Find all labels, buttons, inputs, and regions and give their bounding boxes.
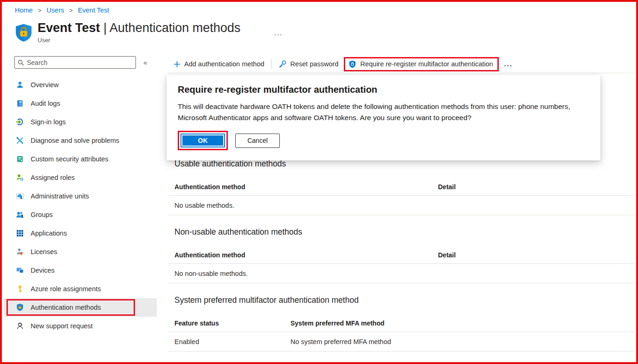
ok-button[interactable]: OK [180, 134, 225, 147]
sidebar-item-label: Authentication methods [31, 304, 101, 311]
groups-icon [16, 211, 24, 219]
dialog-body: This will deactivate hardware OATH token… [178, 101, 589, 123]
sidebar-item-administrative-units[interactable]: Administrative units [4, 187, 157, 205]
support-headset-icon [16, 322, 24, 330]
column-header-feature-status: Feature status [174, 319, 290, 327]
devices-icon [16, 266, 24, 275]
sidebar-item-label: New support request [31, 322, 93, 330]
empty-state-text: No usable methods. [174, 202, 438, 209]
page-title-user: Event Test [38, 21, 100, 35]
toolbar-label: Require re-register multifactor authenti… [360, 60, 493, 68]
assigned-roles-icon [16, 173, 24, 182]
sidebar-item-authentication-methods[interactable]: Authentication methods [4, 298, 157, 317]
toolbar-divider [271, 59, 271, 69]
confirm-dialog: Require re-register multifactor authenti… [167, 75, 600, 160]
sidebar-item-label: Diagnose and solve problems [31, 137, 119, 144]
annotation-box-ok: OK [178, 131, 228, 150]
table-row: Enabled No system preferred MFA method [168, 332, 634, 351]
page-subtitle: User [38, 37, 240, 44]
breadcrumb: Home > Users > Event Test [15, 6, 109, 14]
sidebar-item-groups[interactable]: Groups [4, 205, 157, 224]
add-authentication-method-button[interactable]: Add authentication method [174, 60, 264, 68]
non-usable-methods-section: Non-usable authentication methods Authen… [168, 227, 634, 283]
sidebar-item-label: Groups [31, 211, 53, 218]
reset-password-button[interactable]: Reset password [278, 60, 339, 69]
dialog-title: Require re-register multifactor authenti… [178, 84, 589, 95]
column-header-detail: Detail [438, 251, 634, 259]
person-icon [16, 81, 24, 89]
table-header: Authentication method Detail [168, 247, 634, 264]
sidebar-item-label: Assigned roles [31, 174, 75, 181]
system-preferred-mfa-section: System preferred multifactor authenticat… [168, 295, 634, 351]
title-more-icon[interactable]: ... [274, 29, 283, 37]
page-title: Event Test | Authentication methods [38, 21, 240, 35]
breadcrumb-home[interactable]: Home [15, 6, 33, 14]
sidebar-item-overview[interactable]: Overview [4, 76, 157, 94]
key-outline-icon [278, 60, 287, 69]
sidebar-item-devices[interactable]: Devices [4, 261, 157, 280]
mfa-method-value: No system preferred MFA method [290, 338, 634, 345]
sidebar-item-label: Azure role assignments [31, 285, 101, 293]
sidebar: « Overview Audit logs [4, 56, 161, 335]
column-header-authentication-method: Authentication method [174, 251, 438, 259]
search-input[interactable] [27, 59, 133, 66]
breadcrumb-users[interactable]: Users [46, 6, 64, 14]
sidebar-item-label: Custom security attributes [31, 155, 109, 163]
toolbar-more-icon[interactable]: ... [504, 60, 513, 68]
search-icon [18, 59, 24, 66]
custom-security-attributes-icon [16, 155, 24, 163]
breadcrumb-separator: > [69, 7, 73, 14]
table-row: No non-usable methods. [168, 264, 634, 283]
sidebar-menu: Overview Audit logs Sign-in logs [4, 76, 157, 335]
sidebar-item-label: Overview [31, 81, 58, 89]
diagnose-tools-icon [16, 136, 24, 145]
annotation-box-toolbar: Require re-register multifactor authenti… [344, 57, 498, 71]
audit-logs-icon [16, 99, 24, 108]
empty-state-text: No non-usable methods. [174, 270, 438, 277]
page-header: Event Test | Authentication methods User… [14, 21, 240, 44]
administrative-units-icon [16, 192, 24, 200]
sidebar-item-label: Sign-in logs [31, 118, 66, 126]
section-title: System preferred multifactor authenticat… [168, 295, 634, 305]
licenses-icon [16, 248, 24, 256]
column-header-authentication-method: Authentication method [174, 183, 438, 191]
sidebar-item-custom-security-attributes[interactable]: Custom security attributes [4, 150, 157, 168]
main-content: Add authentication method Reset password [168, 55, 634, 360]
toolbar-label: Reset password [290, 60, 339, 68]
table-row: No usable methods. [168, 196, 634, 215]
sidebar-item-label: Administrative units [31, 192, 89, 200]
feature-status-value: Enabled [174, 338, 290, 345]
sidebar-item-licenses[interactable]: Licenses [4, 243, 157, 261]
sidebar-item-assigned-roles[interactable]: Assigned roles [4, 168, 157, 187]
section-title: Non-usable authentication methods [168, 227, 634, 237]
search-box [14, 56, 136, 69]
sidebar-item-sign-in-logs[interactable]: Sign-in logs [4, 113, 157, 131]
shield-lock-icon [16, 303, 24, 312]
usable-methods-section: Usable authentication methods Authentica… [168, 159, 634, 215]
sidebar-item-diagnose[interactable]: Diagnose and solve problems [4, 131, 157, 150]
sidebar-item-label: Audit logs [31, 100, 60, 107]
shield-lock-blue-icon [348, 60, 356, 68]
cancel-button[interactable]: Cancel [235, 134, 280, 148]
sidebar-item-new-support-request[interactable]: New support request [4, 317, 157, 335]
chevron-double-left-icon[interactable]: « [143, 58, 147, 66]
breadcrumb-event-test[interactable]: Event Test [78, 6, 109, 14]
sidebar-item-label: Devices [31, 267, 55, 274]
table-header: Feature status System preferred MFA meth… [168, 315, 634, 332]
azure-portal-page: Home > Users > Event Test Event Test | A… [0, 0, 638, 364]
sidebar-item-applications[interactable]: Applications [4, 224, 157, 243]
sidebar-item-azure-role-assignments[interactable]: Azure role assignments [4, 280, 157, 298]
sidebar-item-audit-logs[interactable]: Audit logs [4, 94, 157, 113]
column-header-detail: Detail [438, 183, 634, 191]
breadcrumb-separator: > [38, 7, 42, 14]
plus-icon [174, 61, 180, 68]
sidebar-item-label: Applications [31, 230, 67, 237]
column-header-system-preferred-mfa: System preferred MFA method [290, 319, 634, 327]
sidebar-item-label: Licenses [31, 248, 57, 255]
section-title: Usable authentication methods [168, 159, 634, 169]
require-reregister-mfa-button[interactable]: Require re-register multifactor authenti… [348, 60, 493, 68]
table-header: Authentication method Detail [168, 179, 634, 196]
applications-grid-icon [16, 229, 24, 237]
command-bar: Add authentication method Reset password [168, 55, 634, 73]
toolbar-label: Add authentication method [184, 60, 264, 68]
